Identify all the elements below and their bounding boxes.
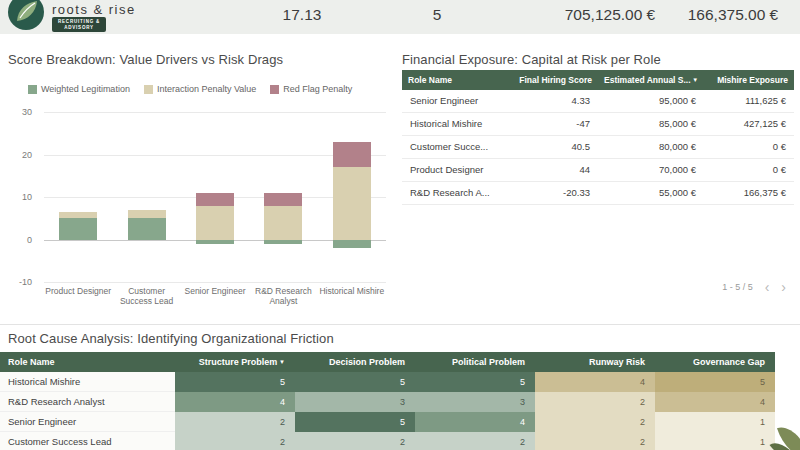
column-header[interactable]: Mishire Exposure [704,70,794,90]
table-row[interactable]: R&D Research A...-20.3355,000 €166,375 € [402,182,794,205]
column-header[interactable]: Final Hiring Score [508,70,598,90]
column-header[interactable]: Runway Risk [535,352,655,372]
table-row[interactable]: Customer Succe...40.580,000 €0 € [402,136,794,159]
heatmap-cell[interactable]: 2 [415,432,535,450]
bar-segment[interactable] [196,240,234,244]
x-axis-label: Customer Success Lead [112,286,180,306]
cell-role-name: Product Designer [402,159,508,181]
column-header[interactable]: Governance Gap [655,352,775,372]
table-row[interactable]: Senior Engineer4.3395,000 €111,625 € [402,90,794,113]
table-row[interactable]: Senior Engineer25421 [0,412,775,432]
column-header[interactable]: Estimated Annual S... ▼ [598,70,704,90]
bar-segment[interactable] [128,210,166,219]
table-cell: 70,000 € [598,159,704,181]
x-axis-label: Historical Mishire [318,286,386,296]
chart-legend: Weighted LegitimationInteraction Penalty… [28,84,352,94]
table-cell: 95,000 € [598,90,704,112]
table-cell: -47 [508,113,598,135]
bar-segment[interactable] [264,193,302,206]
bar-segment[interactable] [264,206,302,240]
table-cell: 80,000 € [598,136,704,158]
y-axis-label: 20 [4,150,32,160]
x-axis-label: Senior Engineer [181,286,249,296]
bar-segment[interactable] [264,240,302,244]
table-row[interactable]: R&D Research Analyst43324 [0,392,775,412]
table-cell: 111,625 € [704,90,794,112]
column-header[interactable]: Structure Problem ▼ [175,352,295,372]
legend-item[interactable]: Interaction Penalty Value [144,84,256,94]
table-row[interactable]: Historical Mishire-4785,000 €427,125 € [402,113,794,136]
sort-icon: ▼ [691,77,699,83]
heatmap-cell[interactable]: 2 [535,392,655,412]
legend-label: Weighted Legitimation [41,84,130,94]
pagination-next-icon[interactable]: › [781,280,786,294]
gridline [44,282,386,283]
bar-segment[interactable] [196,206,234,240]
heatmap-cell[interactable]: 1 [655,432,775,450]
legend-swatch-icon [144,85,153,94]
cell-role-name: Customer Success Lead [0,432,175,450]
heatmap-cell[interactable]: 5 [415,372,535,392]
y-axis-label: -10 [4,277,32,287]
kpi-value: 17.13 [283,6,322,24]
x-axis-label: Product Designer [44,286,112,296]
table-cell: 166,375 € [704,182,794,204]
heatmap-cell[interactable]: 4 [415,412,535,432]
table-cell: -20.33 [508,182,598,204]
table-cell: 0 € [704,136,794,158]
legend-item[interactable]: Red Flag Penalty [270,84,352,94]
column-header[interactable]: Decision Problem [295,352,415,372]
bar-segment[interactable] [128,218,166,239]
bar-segment[interactable] [59,212,97,218]
column-header[interactable]: Role Name [402,70,508,90]
brand-badge-line2: ADVISORY [58,25,100,31]
table-cell: 427,125 € [704,113,794,135]
cell-role-name: Senior Engineer [0,412,175,432]
score-chart: Weighted LegitimationInteraction Penalty… [8,76,392,321]
plot-area [44,112,386,282]
heatmap-cell[interactable]: 4 [655,392,775,412]
kpi-value: 705,125.00 € [565,6,656,24]
heatmap-cell[interactable]: 5 [295,372,415,392]
section-divider [0,324,800,325]
heatmap-cell[interactable]: 4 [535,372,655,392]
table-row[interactable]: Historical Mishire55545 [0,372,775,392]
heatmap-cell[interactable]: 4 [175,392,295,412]
legend-item[interactable]: Weighted Legitimation [28,84,130,94]
score-chart-title: Score Breakdown: Value Drivers vs Risk D… [8,52,283,67]
bar-segment[interactable] [333,167,371,239]
cell-role-name: Customer Succe... [402,136,508,158]
bar-segment[interactable] [333,240,371,249]
kpi-value: 166,375.00 € [688,6,779,24]
y-axis-label: 10 [4,192,32,202]
table-row[interactable]: Customer Success Lead22221 [0,432,775,450]
table-cell: 40.5 [508,136,598,158]
column-header[interactable]: Political Problem [415,352,535,372]
heatmap-cell[interactable]: 5 [655,372,775,392]
pagination-prev-icon[interactable]: ‹ [765,280,770,294]
heatmap-cell[interactable]: 1 [655,412,775,432]
dashboard: roots & rise RECRUITING & ADVISORY 17.13… [0,0,800,450]
heatmap-cell[interactable]: 2 [535,432,655,450]
table-row[interactable]: Product Designer4470,000 €0 € [402,159,794,182]
heatmap-cell[interactable]: 5 [175,372,295,392]
cell-role-name: Historical Mishire [402,113,508,135]
kpi-value: 5 [433,6,442,24]
pagination-label: 1 - 5 / 5 [722,282,753,292]
column-header[interactable]: Role Name [0,352,175,372]
bar-segment[interactable] [333,142,371,168]
heatmap-cell[interactable]: 2 [175,432,295,450]
bar-segment[interactable] [59,218,97,239]
heatmap-cell[interactable]: 5 [295,412,415,432]
table-cell: 85,000 € [598,113,704,135]
sort-icon: ▼ [277,359,285,365]
bar-segment[interactable] [196,193,234,206]
heatmap-cell[interactable]: 3 [295,392,415,412]
heatmap-cell[interactable]: 2 [535,412,655,432]
heatmap-cell[interactable]: 2 [175,412,295,432]
heatmap-cell[interactable]: 3 [415,392,535,412]
table-cell: 55,000 € [598,182,704,204]
financial-table: Role NameFinal Hiring ScoreEstimated Ann… [402,70,794,205]
heatmap-cell[interactable]: 2 [295,432,415,450]
leaf-watermark-icon [766,416,800,450]
